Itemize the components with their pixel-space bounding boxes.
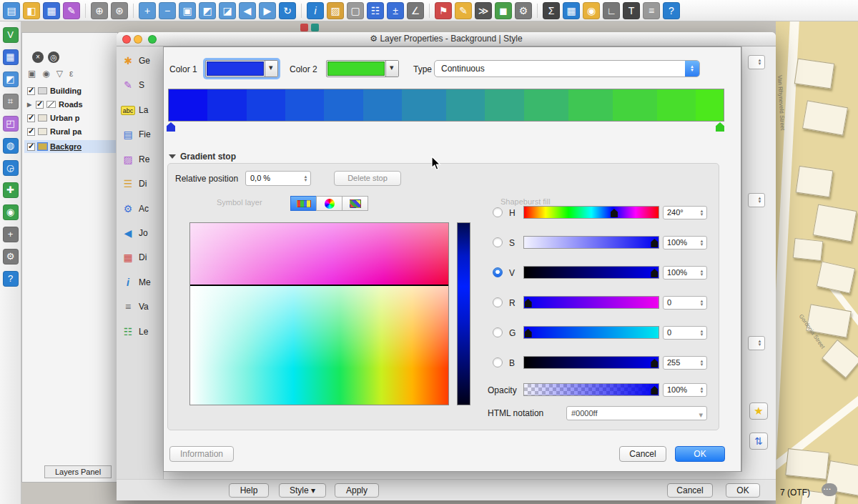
color1-dropdown-icon[interactable] — [265, 61, 277, 76]
information-button[interactable]: Information — [169, 446, 234, 462]
stepper-icon[interactable] — [756, 337, 764, 349]
props-tab-variables[interactable]: ≡Va — [121, 297, 149, 317]
help-button[interactable]: Help — [229, 483, 269, 498]
console-icon[interactable]: ≫ — [475, 2, 492, 19]
map-tips-icon[interactable]: ◉ — [583, 2, 600, 19]
style-menu-button[interactable]: Style ▾ — [279, 483, 326, 498]
identify-features-icon[interactable]: i — [307, 2, 324, 19]
props-tab-legend[interactable]: ☷Le — [121, 322, 148, 342]
bookmarks-icon[interactable]: ⚑ — [435, 2, 452, 19]
manage-themes-icon[interactable]: ◉ — [42, 69, 49, 79]
select-features-icon[interactable]: ▨ — [327, 2, 344, 19]
ruler-icon[interactable]: ∟ — [603, 2, 620, 19]
close-icon[interactable] — [32, 51, 44, 63]
color1-button[interactable] — [205, 60, 278, 77]
g-spinbox[interactable]: 0 — [663, 326, 707, 340]
zoom-window-icon[interactable] — [148, 35, 157, 44]
stepper-icon[interactable] — [698, 357, 706, 368]
zoom-to-layer-icon[interactable]: ◪ — [219, 2, 236, 19]
s-slider-handle[interactable] — [651, 239, 658, 247]
sort-icon[interactable] — [749, 433, 768, 450]
stepper-icon[interactable] — [698, 207, 706, 218]
add-wms-layer-icon[interactable]: ◍ — [3, 138, 19, 154]
layer-row-roads[interactable]: ▶ Roads — [24, 98, 116, 111]
dialog-titlebar[interactable]: ⚙ Layer Properties - Background | Style — [117, 32, 776, 46]
calendar-icon[interactable]: ▦ — [563, 2, 580, 19]
plugins-icon[interactable]: ◼ — [495, 2, 512, 19]
field-calculator-icon[interactable]: ± — [387, 2, 404, 19]
opacity-slider[interactable] — [523, 383, 659, 396]
snap-icon[interactable] — [311, 24, 319, 31]
filter-legend-icon[interactable]: ▽ — [56, 69, 63, 79]
add-group-icon[interactable]: ▣ — [28, 69, 36, 79]
edit-icon[interactable] — [300, 24, 308, 31]
zoom-full-icon[interactable]: ▣ — [179, 2, 196, 19]
properties-cancel-button[interactable]: Cancel — [667, 483, 713, 498]
h-slider[interactable] — [523, 206, 659, 219]
layer-row-background[interactable]: Backgro — [24, 140, 116, 153]
map-canvas[interactable]: Van Rhyneveld Street Gordonia Street 7 (… — [776, 21, 858, 504]
props-tab-general[interactable]: ✱Ge — [121, 51, 150, 71]
s-spinbox[interactable]: 100% — [663, 236, 707, 249]
zoom-to-selection-icon[interactable]: ◩ — [199, 2, 216, 19]
stepper-icon[interactable] — [698, 385, 706, 395]
stepper-icon[interactable] — [756, 56, 764, 68]
expression-filter-icon[interactable]: ε — [69, 69, 73, 79]
layer-row-building[interactable]: Building — [24, 84, 116, 97]
relative-position-spinbox[interactable]: 0,0 % — [245, 171, 311, 186]
props-tab-metadata[interactable]: iMe — [121, 272, 151, 292]
color-box-selection-line[interactable] — [190, 285, 448, 286]
new-project-icon[interactable]: ▤ — [3, 2, 20, 19]
zoom-in-icon[interactable]: + — [139, 2, 156, 19]
gradient-stop-end-handle[interactable] — [716, 122, 724, 132]
messages-bubble-icon[interactable] — [822, 483, 837, 496]
opacity-slider-handle[interactable] — [651, 386, 658, 395]
osm-layer-icon[interactable]: ◉ — [3, 204, 19, 220]
spinner-widget[interactable] — [748, 55, 765, 69]
props-tab-joins[interactable]: ◀Jo — [121, 223, 148, 243]
layer-checkbox[interactable] — [27, 128, 35, 136]
v-slider-handle[interactable] — [651, 269, 658, 277]
radio-v[interactable] — [493, 267, 503, 277]
expander-icon[interactable]: ▶ — [27, 102, 33, 108]
pan-to-selection-icon[interactable]: ⊛ — [111, 2, 128, 19]
minimize-window-icon[interactable] — [134, 35, 142, 44]
collapse-triangle-icon[interactable] — [169, 154, 176, 159]
g-slider-handle[interactable] — [525, 329, 532, 337]
b-slider[interactable] — [523, 356, 659, 369]
layer-checkbox[interactable] — [27, 143, 35, 151]
color2-button[interactable] — [326, 60, 399, 77]
apply-button[interactable]: Apply — [335, 483, 379, 498]
gradient-stop-header[interactable]: Gradient stop — [169, 152, 236, 162]
labeling-icon[interactable]: T — [623, 2, 640, 19]
new-shapefile-icon[interactable]: ✚ — [3, 182, 19, 198]
props-tab-display[interactable]: ☰Di — [121, 174, 147, 194]
close-window-icon[interactable] — [122, 35, 131, 44]
measure-icon[interactable]: ∠ — [407, 2, 424, 19]
deselect-icon[interactable]: ▢ — [347, 2, 364, 19]
style-manager-icon[interactable]: ✎ — [63, 2, 80, 19]
r-slider-handle[interactable] — [525, 299, 532, 307]
props-tab-rendering[interactable]: ▨Re — [121, 149, 149, 169]
h-spinbox[interactable]: 240° — [663, 206, 707, 219]
opacity-spinbox[interactable]: 100% — [663, 383, 707, 397]
combo-arrows-icon[interactable] — [685, 61, 699, 76]
stepper-icon[interactable] — [698, 237, 706, 248]
add-wcs-layer-icon[interactable]: ◶ — [3, 160, 19, 176]
stepper-icon[interactable] — [698, 267, 706, 278]
v-spinbox[interactable]: 100% — [663, 266, 707, 280]
properties-ok-button[interactable]: OK — [726, 483, 760, 498]
stepper-icon[interactable] — [756, 194, 764, 206]
r-slider[interactable] — [523, 296, 659, 309]
add-mesh-layer-icon[interactable]: ◩ — [3, 71, 19, 87]
radio-g[interactable] — [493, 327, 503, 337]
statistics-icon[interactable]: Σ — [543, 2, 560, 19]
type-combo[interactable]: Continuous — [434, 60, 700, 77]
attribute-table-icon[interactable]: ☷ — [367, 2, 384, 19]
refresh-icon[interactable]: ↻ — [279, 2, 296, 19]
ramp-cancel-button[interactable]: Cancel — [619, 446, 666, 462]
favorites-icon[interactable] — [749, 402, 768, 420]
layer-row-rural[interactable]: Rural pa — [24, 125, 116, 138]
add-raster-layer-icon[interactable]: ▦ — [3, 49, 19, 65]
b-slider-handle[interactable] — [651, 359, 658, 367]
